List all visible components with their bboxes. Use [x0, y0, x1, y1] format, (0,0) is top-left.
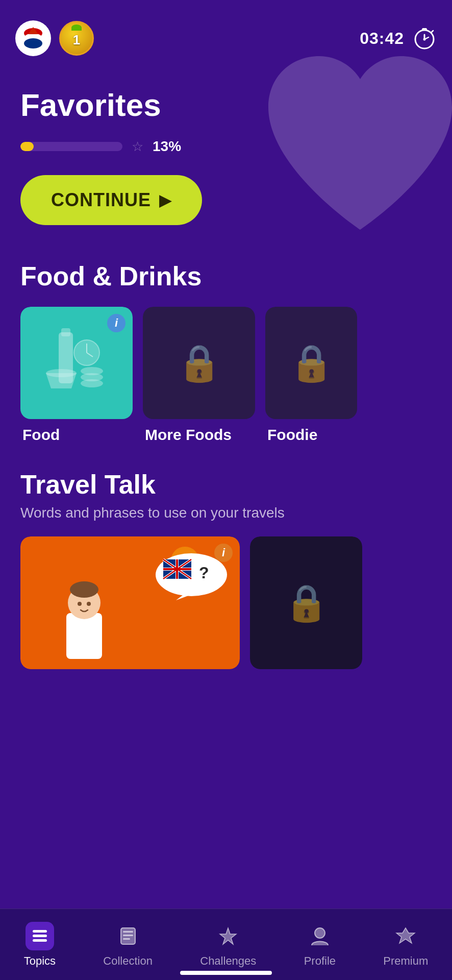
svg-rect-44 [123, 938, 130, 940]
svg-rect-38 [33, 930, 47, 933]
foodie-card-label: Foodie [265, 426, 357, 444]
travel-section: Travel Talk Words and phrases to use on … [0, 454, 452, 679]
progress-row: ☆ 13% [20, 138, 432, 155]
topics-icon [26, 922, 54, 950]
streak-badge[interactable]: 1 [59, 21, 94, 56]
svg-rect-39 [33, 935, 47, 937]
food-card-image: i [20, 307, 133, 419]
food-card-label: Food [20, 426, 133, 444]
more-foods-card-image: 🔒 [143, 307, 255, 419]
streak-number: 1 [73, 32, 80, 48]
travel-lock-icon: 🔒 [284, 582, 329, 624]
logo-badge[interactable] [15, 20, 51, 56]
svg-marker-46 [396, 928, 415, 943]
svg-point-3 [24, 38, 42, 48]
travel-cards-row: i [20, 536, 432, 669]
topics-label: Topics [24, 954, 56, 968]
more-foods-card[interactable]: 🔒 More Foods [143, 307, 255, 444]
travel-locked-card[interactable]: 🔒 [250, 536, 362, 669]
progress-bar-container [20, 142, 122, 151]
nav-item-challenges[interactable]: Challenges [190, 917, 266, 973]
more-foods-card-label: More Foods [143, 426, 255, 444]
svg-rect-43 [123, 935, 133, 936]
continue-button[interactable]: CONTINUE ▶ [20, 175, 202, 225]
nav-item-topics[interactable]: Topics [14, 917, 66, 973]
nav-bottom-bar [180, 971, 272, 975]
food-drinks-title: Food & Drinks [20, 261, 432, 291]
food-drinks-section: Food & Drinks i [0, 235, 452, 454]
svg-rect-42 [123, 931, 133, 933]
travel-title: Travel Talk [20, 469, 432, 500]
svg-point-45 [315, 928, 325, 938]
svg-rect-21 [66, 613, 102, 659]
header-left: 1 [15, 20, 94, 56]
nav-item-collection[interactable]: Collection [93, 917, 163, 973]
foodie-card-image: 🔒 [265, 307, 357, 419]
collection-label: Collection [103, 954, 153, 968]
continue-label: CONTINUE [51, 189, 151, 211]
svg-rect-40 [33, 939, 47, 942]
favorites-section: Favorites ☆ 13% CONTINUE ▶ [0, 66, 452, 235]
bottom-nav: Topics Collection Challenges [0, 909, 452, 980]
svg-point-23 [70, 581, 98, 598]
travel-card[interactable]: i [20, 536, 240, 669]
collection-icon [114, 922, 142, 950]
star-icon: ☆ [132, 139, 143, 155]
svg-rect-13 [61, 328, 70, 336]
time-display: 03:42 [360, 29, 404, 48]
svg-point-10 [423, 38, 426, 41]
premium-label: Premium [383, 954, 428, 968]
nav-item-profile[interactable]: Profile [294, 917, 346, 973]
favorites-title: Favorites [20, 87, 432, 123]
premium-icon [391, 922, 420, 950]
foodie-card[interactable]: 🔒 Foodie [265, 307, 357, 444]
profile-label: Profile [304, 954, 336, 968]
challenges-label: Challenges [200, 954, 256, 968]
person-illustration [26, 547, 168, 669]
svg-point-16 [81, 367, 103, 375]
travel-locked-card-image: 🔒 [250, 536, 362, 669]
svg-line-11 [432, 31, 433, 32]
more-foods-lock-icon: 🔒 [177, 342, 221, 384]
food-card[interactable]: i [20, 307, 133, 444]
profile-icon [306, 922, 334, 950]
speech-bubble: ? [153, 552, 230, 603]
challenges-icon [214, 922, 242, 950]
svg-point-17 [46, 369, 77, 377]
svg-point-25 [87, 602, 91, 606]
play-icon: ▶ [159, 191, 171, 209]
screen: 1 03:42 Favorites ☆ [0, 0, 452, 980]
nav-item-premium[interactable]: Premium [373, 917, 438, 973]
foodie-lock-icon: 🔒 [289, 342, 334, 384]
svg-text:?: ? [199, 564, 209, 582]
progress-bar-fill [20, 142, 34, 151]
svg-point-24 [78, 602, 82, 606]
progress-text: 13% [153, 138, 181, 155]
travel-subtitle: Words and phrases to use on your travels [20, 505, 432, 521]
travel-card-image: i [20, 536, 240, 669]
food-cards-row: i [20, 307, 432, 444]
